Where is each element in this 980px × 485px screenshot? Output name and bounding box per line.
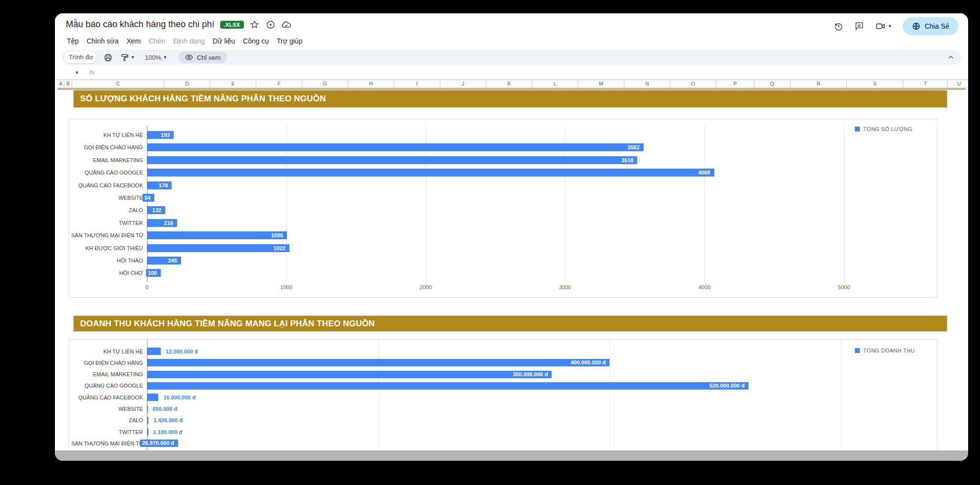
menu-dữ-liệu[interactable]: Dữ liệu [209,36,239,46]
row-divider-gold [57,88,966,89]
bar-value-label: 54 [142,194,152,202]
formula-bar[interactable]: ▼ fx [55,67,968,80]
column-header-N[interactable]: N [624,80,670,88]
column-header-I[interactable]: I [394,80,440,88]
column-header-J[interactable]: J [440,80,486,88]
column-header-P[interactable]: P [716,80,754,88]
move-to-folder-icon[interactable] [266,20,276,30]
chart-legend: TỔNG SỐ LƯỢNG [855,126,912,132]
column-header-C[interactable]: C [72,80,164,88]
x-axis-tick-label: 3000 [559,284,571,290]
bar [147,169,714,176]
bar-value-label: 12.000.000 đ [166,349,198,354]
zoom-control[interactable]: 100% ▼ [145,54,167,61]
column-header-H[interactable]: H [348,80,394,88]
bar-value-label: 4069 [696,169,712,176]
paint-format-button[interactable]: ▼ [120,53,135,62]
x-axis-tick-label: 5000 [838,284,850,290]
menu-chỉnh-sửa[interactable]: Chỉnh sửa [83,36,123,46]
comments-icon[interactable] [854,21,864,31]
bar [147,231,287,239]
video-call-icon[interactable]: ▼ [875,21,892,31]
share-button-label: Chia Sẻ [925,22,949,30]
bar [147,156,637,164]
section-title-quantity: SỐ LƯỢNG KHÁCH HÀNG TIỀM NĂNG PHÂN THEO … [73,90,947,108]
column-header-O[interactable]: O [670,80,716,88]
gridline [844,126,844,282]
toolbar: Trình đơ ▼ 100% ▼ Chỉ xem [62,50,961,65]
category-label: QUẢNG CÁO FACEBOOK [71,182,143,188]
bar-value-label: 132 [150,206,163,214]
column-header-M[interactable]: M [578,80,624,88]
category-label: QUẢNG CÁO GOOGLE [71,383,143,389]
bar-value-label: 650.000 đ [153,406,178,412]
column-header-A[interactable]: A [57,80,64,88]
column-header-G[interactable]: G [302,80,348,88]
column-header-D[interactable]: D [164,80,210,88]
bar [147,348,161,355]
legend-swatch [855,127,860,132]
category-label: TWITTER [71,429,143,435]
fx-icon: fx [90,69,94,76]
menus-button[interactable]: Trình đơ [64,51,96,63]
bar-value-label: 350.000.000 đ [511,371,550,378]
bar-value-label: 193 [159,131,172,139]
bar-value-label: 26.970.000 đ [140,440,176,447]
menu-công-cụ[interactable]: Công cụ [239,36,273,46]
x-axis-tick-label: 2000 [420,284,431,290]
column-header-R[interactable]: R [791,80,847,88]
menu-định-dạng: Định dạng [169,36,209,46]
menu-trợ-giúp[interactable]: Trợ giúp [273,36,306,46]
category-label: ZALO [71,417,143,423]
paint-format-caret-icon: ▼ [131,55,135,60]
chart-quantity-by-source[interactable]: 010002000300040005000KH TỰ LIÊN HỆ193GỌI… [69,119,937,298]
legend-label: TỔNG DOANH THU [863,348,915,353]
title-bar: Mẫu báo cáo khách hàng theo chi phí .XLS… [55,13,968,37]
share-button[interactable]: Chia Sẻ [903,17,958,35]
category-label: HỘI THẢO [71,258,143,264]
bar [147,371,552,378]
bar-value-label: 216 [162,219,175,227]
bar-value-label: 1.426.000 đ [153,417,183,423]
column-header-U[interactable]: U [948,80,968,88]
collapse-toolbar-icon[interactable] [947,54,954,61]
legend-label: TỔNG SỐ LƯỢNG [863,126,912,132]
category-label: TWITTER [71,220,143,226]
version-history-icon[interactable] [834,21,843,31]
column-header-E[interactable]: E [210,80,256,88]
column-header-Q[interactable]: Q [754,80,791,88]
document-title[interactable]: Mẫu báo cáo khách hàng theo chi phí [66,19,214,30]
column-header-S[interactable]: S [847,80,903,88]
column-header-T[interactable]: T [903,80,948,88]
bar-value-label: 1005 [269,231,285,239]
column-header-F[interactable]: F [256,80,302,88]
star-icon[interactable] [250,20,260,30]
cloud-saved-icon[interactable] [281,20,291,30]
column-header-B[interactable]: B [64,80,72,88]
bar-value-label: 520.000.000 đ [707,382,747,390]
category-label: KH TỰ LIÊN HỆ [71,132,143,138]
zoom-value: 100% [145,54,161,61]
menu-xem[interactable]: Xem [123,36,145,46]
window-bottom-edge [55,450,968,461]
column-header-K[interactable]: K [486,80,532,88]
bar-value-label: 245 [166,257,179,265]
bar [147,359,609,366]
legend-swatch [855,348,860,353]
column-header-L[interactable]: L [532,80,578,88]
bar [147,405,148,413]
eye-icon [185,53,193,62]
bar [147,417,148,424]
bar [147,143,644,151]
globe-icon [912,22,921,31]
view-mode-button[interactable]: Chỉ xem [178,51,227,63]
bar-value-label: 10.000.000 đ [163,395,195,400]
menu-tệp[interactable]: Tệp [63,36,83,46]
column-headers: ABCDEFGHIJKLMNOPQRSTU [57,80,968,88]
category-label: QUẢNG CÁO GOOGLE [71,170,143,176]
name-box-caret-icon[interactable]: ▼ [75,70,79,75]
bar-value-label: 100 [146,269,159,277]
print-button[interactable] [103,53,113,62]
chart-revenue-by-source[interactable]: KH TỰ LIÊN HỆ12.000.000 đGỌI ĐIỆN CHÀO H… [69,339,937,451]
view-mode-label: Chỉ xem [197,54,221,61]
